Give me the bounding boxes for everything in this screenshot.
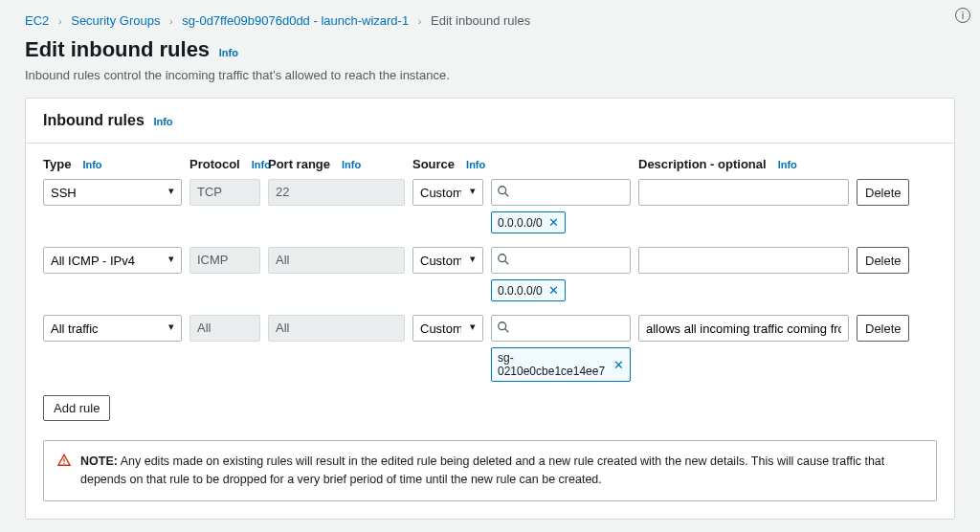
- description-input[interactable]: [638, 179, 849, 206]
- close-icon[interactable]: ✕: [613, 358, 624, 372]
- source-tag: 0.0.0.0/0✕: [491, 279, 566, 301]
- search-icon: [497, 185, 510, 198]
- inbound-rules-panel: Inbound rules Info TypeInfo ProtocolInfo…: [25, 98, 955, 520]
- svg-point-2: [499, 255, 506, 262]
- source-search-input[interactable]: [491, 247, 631, 274]
- chevron-right-icon: ›: [58, 15, 62, 27]
- col-port: Port range: [268, 157, 330, 171]
- port-field: All: [268, 315, 405, 342]
- source-search-input[interactable]: [491, 179, 631, 206]
- source-search-input[interactable]: [491, 315, 631, 342]
- page-subtitle: Inbound rules control the incoming traff…: [25, 68, 955, 82]
- type-select[interactable]: All ICMP - IPv4: [43, 247, 182, 274]
- protocol-field: TCP: [189, 179, 260, 206]
- close-icon[interactable]: ✕: [548, 215, 559, 230]
- page-title: Edit inbound rules: [25, 37, 210, 62]
- type-select[interactable]: All traffic: [43, 315, 182, 342]
- rule-row: All ICMP - IPv4ICMPAllCustom0.0.0.0/0✕De…: [43, 247, 937, 301]
- col-protocol: Protocol: [189, 157, 240, 171]
- source-type-select[interactable]: Custom: [412, 247, 483, 274]
- tag-text: 0.0.0.0/0: [498, 216, 543, 230]
- svg-line-1: [505, 193, 509, 197]
- breadcrumb-link-ec2[interactable]: EC2: [25, 13, 49, 28]
- info-link[interactable]: Info: [219, 47, 238, 58]
- port-field: All: [268, 247, 405, 274]
- source-tag: sg-0210e0cbe1ce14ee7✕: [491, 347, 631, 382]
- info-link[interactable]: Info: [466, 159, 485, 170]
- info-link[interactable]: Info: [342, 159, 361, 170]
- protocol-field: All: [189, 315, 260, 342]
- delete-button[interactable]: Delete: [857, 247, 909, 274]
- protocol-field: ICMP: [189, 247, 260, 274]
- port-field: 22: [268, 179, 405, 206]
- tag-text: 0.0.0.0/0: [498, 284, 543, 298]
- description-input[interactable]: [638, 247, 849, 274]
- rule-row: All trafficAllAllCustomsg-0210e0cbe1ce14…: [43, 315, 937, 382]
- add-rule-button[interactable]: Add rule: [43, 395, 110, 421]
- info-link[interactable]: Info: [153, 116, 172, 127]
- warning-icon: [57, 453, 71, 489]
- description-input[interactable]: [638, 315, 849, 342]
- svg-point-0: [499, 187, 506, 194]
- breadcrumb-link-sg-id[interactable]: sg-0d7ffe09b9076d0dd - launch-wizard-1: [182, 13, 409, 28]
- col-description: Description - optional: [638, 157, 767, 171]
- delete-button[interactable]: Delete: [857, 179, 909, 206]
- source-tag: 0.0.0.0/0✕: [491, 211, 566, 233]
- breadcrumb-link-sg[interactable]: Security Groups: [71, 13, 160, 28]
- chevron-right-icon: ›: [418, 15, 422, 27]
- type-select[interactable]: SSH: [43, 179, 182, 206]
- close-icon[interactable]: ✕: [548, 283, 559, 298]
- panel-title: Inbound rules: [43, 112, 145, 129]
- svg-line-3: [505, 261, 509, 265]
- note-label: NOTE:: [80, 454, 118, 468]
- note-text: Any edits made on existing rules will re…: [80, 454, 884, 486]
- svg-line-5: [505, 329, 509, 333]
- info-link[interactable]: Info: [82, 159, 101, 170]
- help-icon[interactable]: i: [955, 8, 970, 23]
- search-icon: [497, 253, 510, 266]
- breadcrumb: EC2 › Security Groups › sg-0d7ffe09b9076…: [25, 13, 955, 28]
- svg-point-7: [63, 463, 64, 464]
- col-type: Type: [43, 157, 71, 171]
- info-link[interactable]: Info: [778, 159, 797, 170]
- note-box: NOTE: Any edits made on existing rules w…: [43, 440, 937, 501]
- col-source: Source: [412, 157, 455, 171]
- breadcrumb-current: Edit inbound rules: [431, 13, 530, 28]
- rule-row: SSHTCP22Custom0.0.0.0/0✕Delete: [43, 179, 937, 233]
- source-type-select[interactable]: Custom: [412, 179, 483, 206]
- svg-point-4: [499, 322, 506, 330]
- tag-text: sg-0210e0cbe1ce14ee7: [498, 351, 608, 378]
- source-type-select[interactable]: Custom: [412, 315, 483, 342]
- delete-button[interactable]: Delete: [857, 315, 909, 342]
- chevron-right-icon: ›: [169, 15, 173, 27]
- search-icon: [497, 321, 510, 334]
